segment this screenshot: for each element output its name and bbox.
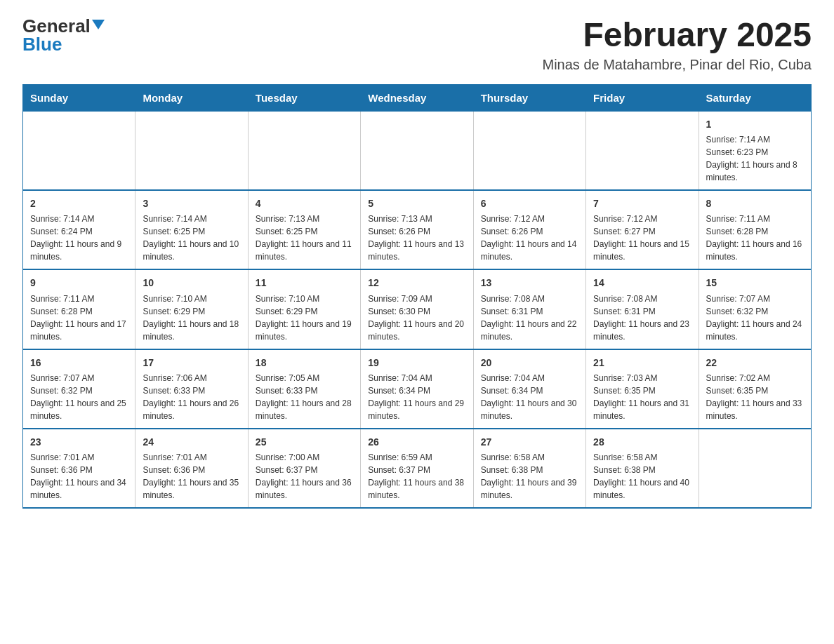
day-number: 6: [481, 196, 578, 210]
day-number: 3: [143, 196, 240, 210]
weekday-header-row: SundayMondayTuesdayWednesdayThursdayFrid…: [23, 84, 812, 111]
calendar-week-row: 1Sunrise: 7:14 AMSunset: 6:23 PMDaylight…: [23, 111, 812, 190]
calendar-day-cell: 17Sunrise: 7:06 AMSunset: 6:33 PMDayligh…: [135, 349, 248, 429]
day-info: Sunrise: 7:14 AMSunset: 6:24 PMDaylight:…: [30, 213, 128, 263]
day-number: 18: [256, 356, 353, 370]
weekday-header-friday: Friday: [586, 84, 699, 111]
calendar-day-cell: 24Sunrise: 7:01 AMSunset: 6:36 PMDayligh…: [135, 429, 248, 508]
calendar-week-row: 23Sunrise: 7:01 AMSunset: 6:36 PMDayligh…: [23, 429, 812, 508]
calendar-day-cell: [135, 111, 248, 190]
day-number: 5: [368, 196, 465, 210]
day-info: Sunrise: 7:08 AMSunset: 6:31 PMDaylight:…: [481, 293, 578, 343]
calendar-day-cell: [473, 111, 585, 190]
calendar-day-cell: 15Sunrise: 7:07 AMSunset: 6:32 PMDayligh…: [699, 269, 811, 349]
day-info: Sunrise: 7:11 AMSunset: 6:28 PMDaylight:…: [706, 213, 804, 263]
day-number: 9: [30, 276, 128, 290]
day-info: Sunrise: 7:07 AMSunset: 6:32 PMDaylight:…: [30, 372, 128, 422]
day-info: Sunrise: 6:59 AMSunset: 6:37 PMDaylight:…: [368, 451, 465, 502]
page-header: General Blue February 2025 Minas de Mata…: [22, 17, 812, 73]
calendar-day-cell: 19Sunrise: 7:04 AMSunset: 6:34 PMDayligh…: [361, 349, 473, 429]
calendar-title: February 2025: [542, 17, 812, 54]
day-number: 26: [368, 435, 465, 449]
day-info: Sunrise: 7:09 AMSunset: 6:30 PMDaylight:…: [368, 293, 465, 343]
calendar-day-cell: 28Sunrise: 6:58 AMSunset: 6:38 PMDayligh…: [586, 429, 699, 508]
day-info: Sunrise: 7:12 AMSunset: 6:26 PMDaylight:…: [481, 213, 578, 263]
day-number: 21: [593, 356, 691, 370]
calendar-day-cell: 2Sunrise: 7:14 AMSunset: 6:24 PMDaylight…: [23, 190, 135, 269]
day-info: Sunrise: 7:13 AMSunset: 6:25 PMDaylight:…: [256, 213, 353, 263]
day-number: 4: [256, 196, 353, 210]
day-number: 15: [706, 276, 804, 290]
day-number: 24: [143, 435, 240, 449]
day-info: Sunrise: 6:58 AMSunset: 6:38 PMDaylight:…: [481, 451, 578, 502]
weekday-header-thursday: Thursday: [473, 84, 585, 111]
weekday-header-tuesday: Tuesday: [248, 84, 360, 111]
logo-blue: Blue: [22, 35, 62, 53]
calendar-day-cell: 9Sunrise: 7:11 AMSunset: 6:28 PMDaylight…: [23, 269, 135, 349]
day-info: Sunrise: 7:03 AMSunset: 6:35 PMDaylight:…: [593, 372, 691, 422]
calendar-day-cell: 23Sunrise: 7:01 AMSunset: 6:36 PMDayligh…: [23, 429, 135, 508]
calendar-day-cell: [586, 111, 699, 190]
day-info: Sunrise: 6:58 AMSunset: 6:38 PMDaylight:…: [593, 451, 691, 502]
day-number: 11: [256, 276, 353, 290]
calendar-day-cell: 1Sunrise: 7:14 AMSunset: 6:23 PMDaylight…: [699, 111, 811, 190]
day-number: 2: [30, 196, 128, 210]
calendar-day-cell: 22Sunrise: 7:02 AMSunset: 6:35 PMDayligh…: [699, 349, 811, 429]
weekday-header-monday: Monday: [135, 84, 248, 111]
day-number: 23: [30, 435, 128, 449]
day-info: Sunrise: 7:04 AMSunset: 6:34 PMDaylight:…: [368, 372, 465, 422]
weekday-header-wednesday: Wednesday: [361, 84, 473, 111]
calendar-header: SundayMondayTuesdayWednesdayThursdayFrid…: [23, 84, 812, 111]
calendar-day-cell: [699, 429, 811, 508]
calendar-day-cell: 6Sunrise: 7:12 AMSunset: 6:26 PMDaylight…: [473, 190, 585, 269]
day-info: Sunrise: 7:06 AMSunset: 6:33 PMDaylight:…: [143, 372, 240, 422]
calendar-day-cell: 11Sunrise: 7:10 AMSunset: 6:29 PMDayligh…: [248, 269, 360, 349]
day-info: Sunrise: 7:10 AMSunset: 6:29 PMDaylight:…: [143, 293, 240, 343]
calendar-day-cell: 16Sunrise: 7:07 AMSunset: 6:32 PMDayligh…: [23, 349, 135, 429]
calendar-day-cell: 14Sunrise: 7:08 AMSunset: 6:31 PMDayligh…: [586, 269, 699, 349]
calendar-week-row: 16Sunrise: 7:07 AMSunset: 6:32 PMDayligh…: [23, 349, 812, 429]
day-number: 14: [593, 276, 691, 290]
day-number: 1: [706, 117, 804, 131]
calendar-subtitle: Minas de Matahambre, Pinar del Rio, Cuba: [542, 57, 812, 73]
calendar-day-cell: 21Sunrise: 7:03 AMSunset: 6:35 PMDayligh…: [586, 349, 699, 429]
calendar-day-cell: [248, 111, 360, 190]
day-number: 28: [593, 435, 691, 449]
day-info: Sunrise: 7:00 AMSunset: 6:37 PMDaylight:…: [256, 451, 353, 502]
day-number: 10: [143, 276, 240, 290]
calendar-table: SundayMondayTuesdayWednesdayThursdayFrid…: [22, 84, 812, 509]
calendar-day-cell: 4Sunrise: 7:13 AMSunset: 6:25 PMDaylight…: [248, 190, 360, 269]
day-info: Sunrise: 7:01 AMSunset: 6:36 PMDaylight:…: [30, 451, 128, 502]
logo-triangle-icon: [92, 20, 105, 29]
calendar-day-cell: 26Sunrise: 6:59 AMSunset: 6:37 PMDayligh…: [361, 429, 473, 508]
day-info: Sunrise: 7:12 AMSunset: 6:27 PMDaylight:…: [593, 213, 691, 263]
calendar-day-cell: 5Sunrise: 7:13 AMSunset: 6:26 PMDaylight…: [361, 190, 473, 269]
day-info: Sunrise: 7:01 AMSunset: 6:36 PMDaylight:…: [143, 451, 240, 502]
day-number: 8: [706, 196, 804, 210]
calendar-day-cell: 3Sunrise: 7:14 AMSunset: 6:25 PMDaylight…: [135, 190, 248, 269]
day-number: 7: [593, 196, 691, 210]
day-number: 22: [706, 356, 804, 370]
day-info: Sunrise: 7:08 AMSunset: 6:31 PMDaylight:…: [593, 293, 691, 343]
day-info: Sunrise: 7:02 AMSunset: 6:35 PMDaylight:…: [706, 372, 804, 422]
calendar-week-row: 2Sunrise: 7:14 AMSunset: 6:24 PMDaylight…: [23, 190, 812, 269]
day-number: 13: [481, 276, 578, 290]
day-number: 16: [30, 356, 128, 370]
day-number: 19: [368, 356, 465, 370]
day-number: 12: [368, 276, 465, 290]
calendar-day-cell: 7Sunrise: 7:12 AMSunset: 6:27 PMDaylight…: [586, 190, 699, 269]
day-info: Sunrise: 7:14 AMSunset: 6:25 PMDaylight:…: [143, 213, 240, 263]
day-info: Sunrise: 7:13 AMSunset: 6:26 PMDaylight:…: [368, 213, 465, 263]
day-number: 20: [481, 356, 578, 370]
day-number: 27: [481, 435, 578, 449]
day-info: Sunrise: 7:04 AMSunset: 6:34 PMDaylight:…: [481, 372, 578, 422]
day-number: 17: [143, 356, 240, 370]
weekday-header-sunday: Sunday: [23, 84, 135, 111]
logo: General Blue: [22, 17, 105, 53]
calendar-day-cell: 12Sunrise: 7:09 AMSunset: 6:30 PMDayligh…: [361, 269, 473, 349]
calendar-day-cell: 10Sunrise: 7:10 AMSunset: 6:29 PMDayligh…: [135, 269, 248, 349]
day-info: Sunrise: 7:10 AMSunset: 6:29 PMDaylight:…: [256, 293, 353, 343]
day-info: Sunrise: 7:14 AMSunset: 6:23 PMDaylight:…: [706, 133, 804, 184]
calendar-day-cell: 20Sunrise: 7:04 AMSunset: 6:34 PMDayligh…: [473, 349, 585, 429]
calendar-body: 1Sunrise: 7:14 AMSunset: 6:23 PMDaylight…: [23, 111, 812, 508]
